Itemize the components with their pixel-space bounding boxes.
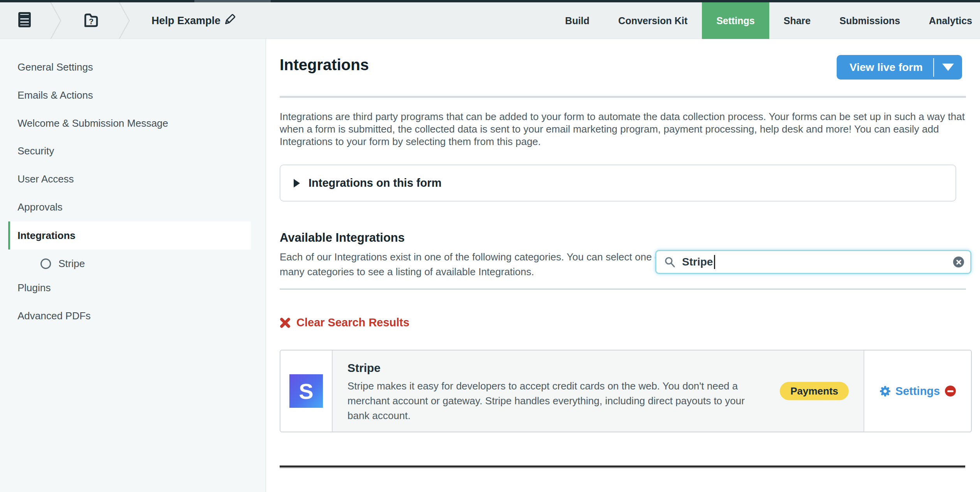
top-nav: Build Conversion Kit Settings Share Subm… — [551, 2, 980, 39]
integration-settings-link[interactable]: Settings — [880, 385, 940, 398]
tab-settings[interactable]: Settings — [702, 2, 769, 39]
x-icon — [956, 260, 961, 265]
sidebar-item-plugins[interactable]: Plugins — [0, 274, 266, 302]
integration-name: Stripe — [347, 361, 864, 375]
settings-sidebar: General Settings Emails & Actions Welcom… — [0, 39, 266, 492]
search-value: Stripe — [682, 256, 713, 268]
scrollbar-thumb[interactable] — [194, 0, 271, 2]
stripe-logo-letter: S — [299, 379, 313, 404]
tab-submissions[interactable]: Submissions — [825, 2, 915, 39]
available-integrations-description: Each of our Integrations exist in one of… — [280, 250, 678, 279]
section-divider — [280, 288, 966, 290]
integration-logo-cell: S — [280, 350, 333, 432]
integration-card-actions: Settings — [864, 350, 971, 432]
tab-share[interactable]: Share — [769, 2, 825, 39]
sidebar-item-welcome-submission-message[interactable]: Welcome & Submission Message — [0, 109, 266, 137]
sidebar-subitem-label: Stripe — [58, 258, 85, 270]
integration-search-input[interactable]: Stripe — [655, 250, 971, 274]
tab-build[interactable]: Build — [551, 2, 604, 39]
sidebar-item-general-settings[interactable]: General Settings — [0, 53, 266, 81]
sidebar-item-approvals[interactable]: Approvals — [0, 193, 266, 221]
panel-label: Integrations on this form — [308, 177, 442, 189]
edit-pencil-icon[interactable] — [223, 14, 235, 28]
app-header: ? Help Example Build Conversion Kit Sett… — [0, 0, 980, 39]
bottom-divider — [280, 465, 965, 467]
main-content: Integrations View live form Integrations… — [266, 39, 980, 492]
integrations-on-form-panel[interactable]: Integrations on this form — [280, 165, 956, 202]
clear-search-results-link[interactable]: Clear Search Results — [280, 316, 409, 329]
page-title: Integrations — [280, 56, 369, 74]
tab-analytics[interactable]: Analytics — [915, 2, 980, 39]
form-icon[interactable] — [18, 12, 31, 29]
clear-input-button[interactable] — [953, 257, 964, 267]
view-live-form-label: View live form — [837, 61, 933, 74]
integration-card-body: Stripe Stripe makes it easy for develope… — [333, 350, 864, 432]
red-x-icon — [280, 317, 291, 328]
search-icon — [664, 256, 676, 268]
breadcrumb-form-title: Help Example — [152, 2, 220, 39]
text-cursor — [714, 255, 715, 269]
integrations-intro-text: Integrations are third party programs th… — [280, 110, 970, 148]
breadcrumb-separator-icon — [118, 2, 130, 41]
integration-description: Stripe makes it easy for developers to a… — [347, 379, 769, 423]
integration-settings-label: Settings — [895, 385, 940, 398]
sidebar-item-user-access[interactable]: User Access — [0, 165, 266, 193]
svg-text:?: ? — [89, 17, 93, 26]
tab-conversion-kit[interactable]: Conversion Kit — [604, 2, 702, 39]
page: ? Help Example Build Conversion Kit Sett… — [0, 0, 980, 492]
radio-circle-icon — [41, 258, 51, 269]
folder-question-icon[interactable]: ? — [83, 12, 99, 29]
breadcrumb-separator-icon — [50, 2, 62, 41]
top-strip — [0, 0, 980, 2]
sidebar-item-integrations[interactable]: Integrations — [8, 221, 251, 250]
gear-icon — [880, 386, 891, 397]
clear-search-label: Clear Search Results — [296, 316, 409, 329]
chevron-down-icon — [942, 64, 954, 71]
category-badge: Payments — [780, 382, 849, 400]
view-live-form-button[interactable]: View live form — [837, 55, 962, 80]
remove-integration-icon[interactable] — [945, 386, 956, 396]
expand-triangle-icon — [294, 179, 300, 188]
title-divider — [280, 96, 966, 98]
integration-card-stripe: S Stripe Stripe makes it easy for develo… — [280, 350, 972, 432]
sidebar-item-security[interactable]: Security — [0, 137, 266, 165]
sidebar-item-advanced-pdfs[interactable]: Advanced PDFs — [0, 302, 266, 330]
available-integrations-heading: Available Integrations — [280, 231, 405, 245]
sidebar-item-emails-actions[interactable]: Emails & Actions — [0, 81, 266, 109]
view-live-form-dropdown[interactable] — [934, 64, 962, 71]
stripe-logo: S — [289, 374, 323, 408]
